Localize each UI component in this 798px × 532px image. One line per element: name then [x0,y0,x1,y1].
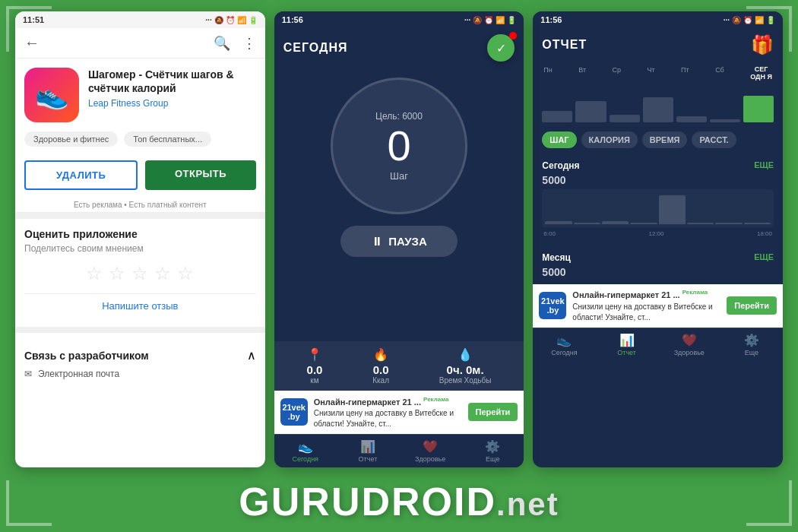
day-mon: Пн [543,66,552,81]
app-icon: 👟 [24,68,79,122]
filter-distance[interactable]: РАССТ. [692,131,736,148]
pause-button[interactable]: ⏸ ПАУЗА [340,226,458,257]
month-more[interactable]: ЕЩЕ [754,252,774,263]
stat-distance-unit: км [307,376,323,385]
developer-section: Связь с разработчиком ∧ ✉ Электронная по… [15,339,265,388]
filter-time[interactable]: ВРЕМЯ [642,131,688,148]
brand-bar: GURUDROID.net [0,471,798,532]
ads-notice: Есть реклама • Есть платный контент [15,198,265,213]
star-4[interactable]: ☆ [154,263,171,284]
filter-step[interactable]: ШАГ [542,131,576,148]
phone3-ad-button[interactable]: Перейти [727,296,777,315]
chart-bar-7 [715,223,742,224]
phone3-time: 11:56 [540,15,562,24]
phone2-status-bar: 11:56 ··· 🔕 ⏰ 📶 🔋 [274,11,524,28]
today-more[interactable]: ЕЩЕ [754,160,774,171]
star-2[interactable]: ☆ [109,263,125,284]
nav-today-label: Сегодня [293,455,319,463]
star-1[interactable]: ☆ [86,263,103,284]
fab-button[interactable]: ✓ [487,34,515,62]
stat-time-value: 0ч. 0м. [439,363,492,376]
phone3-nav-today-label: Сегодня [551,349,578,356]
app-developer[interactable]: Leap Fitness Group [88,98,256,109]
section-divider-2 [15,327,265,333]
ad-logo: 21vek .by [280,398,308,426]
ad-button[interactable]: Перейти [468,403,518,421]
open-button[interactable]: ОТКРЫТЬ [145,160,255,190]
phone3-ad-description: Снизили цену на доставку в Витебске и об… [572,302,712,321]
phone3-nav-health[interactable]: ❤️ Здоровье [658,328,720,361]
nav-report[interactable]: 📊 Отчет [337,435,399,467]
day-today: СЕГОДН Я [750,66,772,81]
chart-bar-1 [545,221,572,224]
phones-container: 11:51 ··· 🔕 ⏰ 📶 🔋 ← 🔍 ⋮ 👟 Шагомер - Счёт… [15,11,783,467]
review-section: Оценить приложение Поделитесь своим мнен… [15,219,265,327]
today-label-text: Сегодня [542,160,579,171]
phone3-nav-health-label: Здоровье [674,349,705,356]
stat-distance: 📍 0.0 км [307,347,323,385]
expand-icon[interactable]: ∧ [247,348,256,363]
time-12: 12:00 [648,230,663,237]
phone3-ad-banner: 21vek .by Онлайн-гипермаркет 21 ... Рекл… [533,284,783,328]
dev-header: Связь с разработчиком ∧ [24,348,256,363]
pause-icon: ⏸ [371,235,382,248]
chart-bar-8 [744,223,771,224]
week-chart-area: Пн Вт Ср Чт Пт Сб СЕГОДН Я [533,60,783,131]
filter-calorie[interactable]: КАЛОРИЯ [581,131,638,148]
more-icon[interactable]: ⋮ [242,35,256,52]
bar-tue [575,101,606,122]
email-icon: ✉ [24,369,32,379]
app-tags: Здоровье и фитнес Топ бесплатных... [15,131,265,153]
brand-suffix: .net [496,486,559,522]
step-circle-container: Цель: 6000 0 Шаг ⏸ ПАУЗА [274,66,524,341]
mini-bars [542,84,774,122]
step-count: 0 [387,125,410,167]
bar-wed [610,115,640,122]
time-18: 18:00 [757,230,772,237]
phone3-nav-more[interactable]: ⚙️ Еще [720,328,783,361]
search-icon[interactable]: 🔍 [214,35,230,52]
back-button[interactable]: ← [24,34,40,52]
tag-health[interactable]: Здоровье и фитнес [24,131,118,147]
tag-top[interactable]: Топ бесплатных... [124,131,211,147]
phone3-status-bar: 11:56 ··· 🔕 ⏰ 📶 🔋 [533,11,783,28]
nav-more-label: Еще [486,455,499,463]
phone3-nav-report[interactable]: 📊 Отчет [596,328,658,361]
delete-button[interactable]: УДАЛИТЬ [24,160,138,190]
email-label[interactable]: Электронная почта [38,369,119,379]
dev-email-row: ✉ Электронная почта [24,369,256,379]
star-5[interactable]: ☆ [177,263,194,284]
nav-more[interactable]: ⚙️ Еще [461,435,524,467]
bar-fri [676,116,707,122]
phone3-nav-more-label: Еще [745,349,758,356]
stats-row: 📍 0.0 км 🔥 0.0 Ккал 💧 0ч. 0м. Время Ходь… [274,341,524,391]
phone3-nav-today[interactable]: 👟 Сегодня [533,328,595,361]
report-icon: 📊 [360,439,375,454]
app-info: 👟 Шагомер - Счётчик шагов & счётчик кало… [15,59,265,131]
app-name: Шагомер - Счётчик шагов & счётчик калори… [88,68,256,95]
time-labels: 6:00 12:00 18:00 [542,230,774,237]
calories-icon: 🔥 [372,347,389,362]
phone3-header: ОТЧЕТ 🎁 [533,28,783,60]
phone2-header: СЕГОДНЯ ✓ [274,28,524,66]
nav-today[interactable]: 👟 Сегодня [274,435,337,467]
phone3: 11:56 ··· 🔕 ⏰ 📶 🔋 ОТЧЕТ 🎁 Пн Вт Ср Чт Пт… [533,11,783,467]
today-icon: 👟 [298,439,313,454]
header-icons: 🔍 ⋮ [214,35,256,52]
stat-time-unit: Время Ходьбы [439,376,492,385]
month-value: 5000 [542,266,774,278]
phone3-status-icons: ··· 🔕 ⏰ 📶 🔋 [724,16,775,24]
step-goal: Цель: 6000 [375,111,423,122]
phone2-status-icons: ··· 🔕 ⏰ 📶 🔋 [464,16,516,24]
step-circle: Цель: 6000 0 Шаг [331,78,467,214]
stat-time: 💧 0ч. 0м. Время Ходьбы [439,347,492,385]
phone2-title: СЕГОДНЯ [283,41,348,55]
nav-health[interactable]: ❤️ Здоровье [399,435,461,467]
dev-title: Связь с разработчиком [24,350,149,362]
write-review-link[interactable]: Напишите отзыв [24,293,256,318]
chart-bars [543,189,772,227]
chart-bar-3 [602,221,629,223]
gift-icon[interactable]: 🎁 [751,34,774,55]
star-3[interactable]: ☆ [131,263,148,284]
stat-calories: 🔥 0.0 Ккал [372,347,389,385]
